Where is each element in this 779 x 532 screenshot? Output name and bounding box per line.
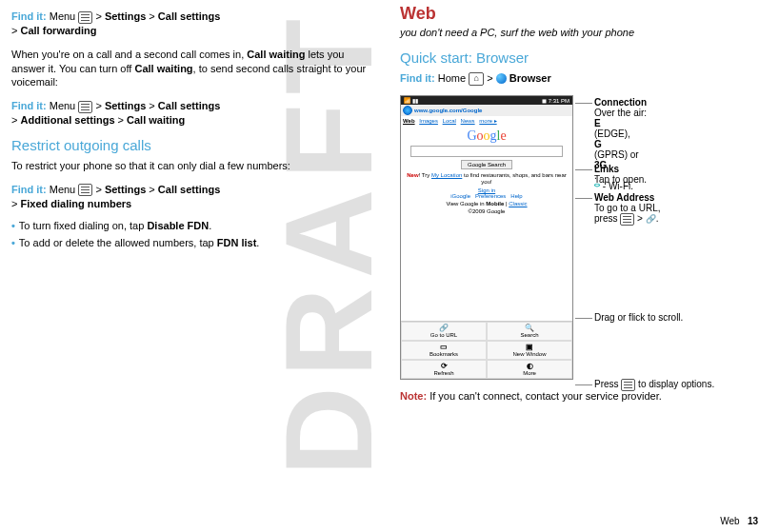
bullet-icon: • xyxy=(11,220,15,231)
status-bar: 📶 ▮▮ ◼ 7:31 PM xyxy=(401,96,572,105)
addr-b: press xyxy=(594,213,620,224)
links-t: Tap to open. xyxy=(594,174,647,185)
footer-label: Web xyxy=(720,516,739,526)
status-icons: 📶 ▮▮ xyxy=(404,97,418,104)
menu-icon-anno xyxy=(620,213,634,226)
li1b: . xyxy=(209,220,211,231)
li1a: To turn fixed dialing on, tap xyxy=(19,220,148,231)
settings-label: Settings xyxy=(105,10,146,22)
anno-line-1 xyxy=(575,103,592,104)
phone-wrap: 📶 ▮▮ ◼ 7:31 PM www.google.com/Google Web… xyxy=(400,95,760,380)
anno-line-5 xyxy=(575,384,592,385)
tab-news[interactable]: News xyxy=(461,118,475,124)
cw3: Call waiting xyxy=(127,114,185,126)
home-word: Home xyxy=(438,72,466,84)
find-it-line-1: Find it: Menu > Settings > Call settings… xyxy=(11,10,371,38)
browser-label: Browser xyxy=(509,72,551,84)
restrict-heading: Restrict outgoing calls xyxy=(11,137,371,153)
tab-web[interactable]: Web xyxy=(403,118,415,124)
right-column: Web you don't need a PC, surf the web wi… xyxy=(400,4,760,413)
link-help[interactable]: Help xyxy=(510,193,522,199)
phone-mockup: 📶 ▮▮ ◼ 7:31 PM www.google.com/Google Web… xyxy=(400,95,573,380)
page-footer: Web 13 xyxy=(720,516,758,526)
toolbar-newwindow[interactable]: ▣New Window xyxy=(487,341,572,360)
address-bar[interactable]: www.google.com/Google xyxy=(401,105,572,116)
hint-link[interactable]: My Location xyxy=(431,172,462,178)
page-number: 13 xyxy=(748,516,758,526)
sep6: > xyxy=(11,114,17,126)
find-it-label-4: Find it: xyxy=(400,72,435,84)
vb: Mobile xyxy=(486,201,504,207)
find-it-line-2: Find it: Menu > Settings > Call settings… xyxy=(11,99,371,128)
toolbar-refresh[interactable]: ⟳Refresh xyxy=(401,360,487,379)
bm-label: Bookmarks xyxy=(429,351,458,357)
cw2: Call waiting xyxy=(134,63,192,74)
toolbar-search[interactable]: 🔍Search xyxy=(487,322,572,341)
sep2: > xyxy=(149,10,154,22)
conn-a: Over the air: xyxy=(594,108,647,118)
sep8: > xyxy=(95,184,101,195)
addr-h: Web Address xyxy=(594,192,660,203)
drag-t: Drag or flick to scroll. xyxy=(594,312,683,323)
opt-b: to display options. xyxy=(635,379,714,389)
edge-icon: E xyxy=(594,118,647,128)
list-item: •To add or delete the allowed numbers, t… xyxy=(11,237,371,248)
goto-icon: 🔗 xyxy=(402,325,486,332)
menu-icon-3 xyxy=(78,184,92,196)
li2b: . xyxy=(256,237,259,248)
menu-word-3: Menu xyxy=(50,184,76,195)
left-column: Find it: Menu > Settings > Call settings… xyxy=(11,4,371,413)
anno-links: Links Tap to open. xyxy=(594,164,647,185)
conn-b: (EDGE), xyxy=(594,128,630,139)
tab-images[interactable]: Images xyxy=(419,118,438,124)
menu-word-2: Menu xyxy=(50,100,76,111)
link-igoogle[interactable]: iGoogle xyxy=(450,193,470,199)
call-waiting-para: When you're on a call and a second call … xyxy=(11,48,371,90)
tab-local[interactable]: Local xyxy=(443,118,456,124)
toolbar-bookmarks[interactable]: ▭Bookmarks xyxy=(401,341,487,360)
nw-label: New Window xyxy=(512,351,546,357)
sep3: > xyxy=(11,25,17,36)
more-label: More xyxy=(523,370,536,376)
rf-label: Refresh xyxy=(433,370,453,376)
addr-a: To go to a URL, xyxy=(594,203,660,213)
vlink[interactable]: Classic xyxy=(509,201,527,207)
anno-options: Press to display options. xyxy=(594,379,714,391)
note-label: Note: xyxy=(400,390,427,402)
anno-drag: Drag or flick to scroll. xyxy=(594,312,683,323)
link-prefs[interactable]: Preferences xyxy=(475,193,506,199)
menu-icon xyxy=(78,11,92,24)
web-heading: Web xyxy=(400,4,760,24)
list-item: •To turn fixed dialing on, tap Disable F… xyxy=(11,220,371,231)
menu-word: Menu xyxy=(50,10,76,22)
fdn-list-b: FDN list xyxy=(217,237,257,248)
search-label: Search xyxy=(520,332,538,338)
toolbar-goto[interactable]: 🔗Go to URL xyxy=(401,322,487,341)
tab-more[interactable]: more ▸ xyxy=(479,118,496,124)
hint-b: to find restaurants, shops, and bars nea… xyxy=(462,172,566,185)
blank-area[interactable] xyxy=(401,216,572,321)
call-settings-label: Call settings xyxy=(158,10,220,22)
globe-small-icon xyxy=(403,106,412,115)
sep: > xyxy=(95,10,101,22)
home-icon: ⌂ xyxy=(469,72,484,86)
toolbar-more[interactable]: ◐More xyxy=(487,360,572,379)
menu-icon-anno2 xyxy=(621,379,635,391)
google-footer-links: iGoogle Preferences Help xyxy=(401,193,572,199)
sep5: > xyxy=(149,100,154,111)
find-it-line-3: Find it: Menu > Settings > Call settings… xyxy=(11,183,371,211)
hint-new: New xyxy=(407,172,418,178)
sep10: > xyxy=(11,198,17,209)
cs3: Call settings xyxy=(158,184,220,195)
settings3: Settings xyxy=(105,184,146,195)
find-it-label: Find it: xyxy=(11,10,47,22)
settings2: Settings xyxy=(105,100,146,111)
anno-line-4 xyxy=(575,318,592,319)
google-search-input[interactable] xyxy=(410,146,563,157)
google-search-button[interactable]: Google Search xyxy=(461,160,512,169)
links-h: Links xyxy=(594,164,647,174)
bullet-icon: • xyxy=(11,237,15,248)
newwindow-icon: ▣ xyxy=(488,344,571,351)
goto-label: Go to URL xyxy=(430,332,457,338)
add-settings: Additional settings xyxy=(21,114,115,126)
